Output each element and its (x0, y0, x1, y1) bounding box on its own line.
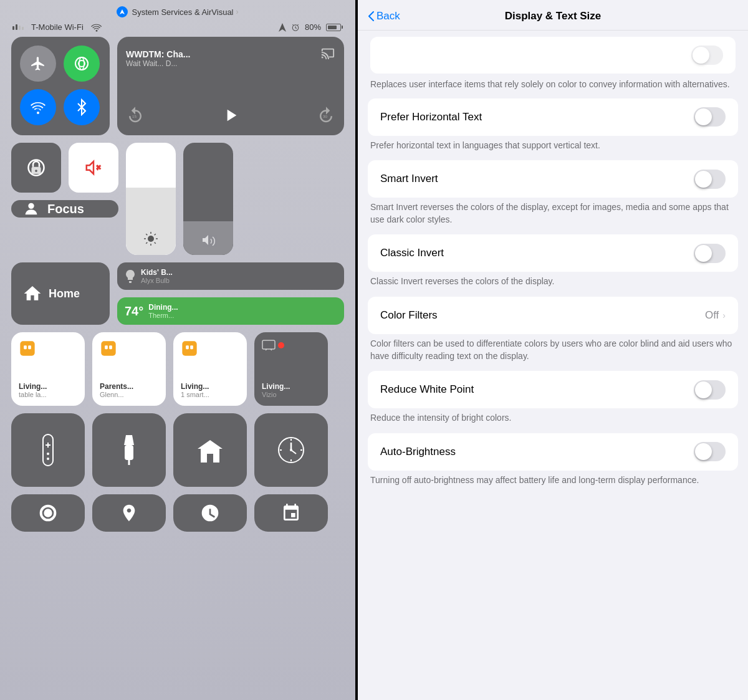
prefer-horizontal-row[interactable]: Prefer Horizontal Text (368, 98, 738, 136)
top-partial-toggle[interactable] (691, 46, 723, 65)
outlet-3-sub: 1 smart... (181, 391, 209, 398)
color-filters-section: Color Filters Off › (358, 297, 748, 334)
bluetooth-icon[interactable] (64, 89, 100, 125)
wifi-icon[interactable] (20, 89, 56, 125)
volume-tile[interactable] (183, 143, 233, 255)
svg-rect-21 (109, 345, 112, 349)
thermostat-tile[interactable]: 74° Dining... Therm... (117, 297, 344, 325)
screen-lock-tile[interactable] (11, 143, 61, 193)
color-filters-desc: Color filters can be used to differentia… (358, 334, 748, 371)
outlet-1-sub: table la... (19, 391, 47, 398)
svg-marker-1 (279, 23, 286, 32)
auto-brightness-label: Auto-Brightness (380, 446, 694, 458)
media-tile: WWDTM: Cha... Wait Wait... D... 15 30 (117, 37, 344, 135)
therm-name: Dining... (148, 303, 178, 312)
media-title: WWDTM: Cha... (126, 49, 335, 59)
auto-brightness-toggle[interactable] (694, 442, 726, 461)
svg-text:30: 30 (323, 114, 327, 118)
app-8[interactable] (254, 494, 328, 532)
temp-value: 74° (125, 304, 143, 319)
cc-col-left: Focus (11, 143, 118, 218)
app-5[interactable] (11, 494, 85, 532)
svg-point-11 (35, 170, 37, 172)
smart-bulb-sub: Alyx Bulb (141, 277, 173, 284)
smart-device-tiles: Kids' B... Alyx Bulb 74° Dining... Therm… (117, 262, 344, 325)
classic-invert-row[interactable]: Classic Invert (368, 234, 738, 272)
left-panel: System Services & AirVisual › T-Mobile W… (0, 0, 355, 700)
cellular-icon[interactable] (64, 46, 100, 82)
prefer-horizontal-card: Prefer Horizontal Text (368, 98, 738, 136)
reduce-white-point-toggle[interactable] (694, 380, 726, 400)
media-subtitle: Wait Wait... D... (126, 59, 335, 68)
smart-bulb-name: Kids' B... (141, 268, 173, 277)
skip-back-button[interactable]: 15 (126, 106, 145, 125)
prefer-horizontal-desc: Prefer horizontal text in languages that… (358, 136, 748, 161)
home-label: Home (49, 287, 80, 300)
app-7[interactable] (173, 494, 247, 532)
reduce-white-point-row[interactable]: Reduce White Point (368, 371, 738, 408)
app-status-bar: System Services & AirVisual › (0, 0, 355, 20)
reduce-white-point-label: Reduce White Point (380, 383, 694, 396)
auto-brightness-row[interactable]: Auto-Brightness (368, 433, 738, 471)
brightness-tile[interactable] (126, 143, 176, 255)
svg-point-14 (28, 203, 34, 209)
svg-marker-7 (228, 110, 237, 122)
media-controls: 15 30 (126, 98, 335, 128)
outlet-2-sub: Glenn... (100, 391, 133, 398)
color-filters-label: Color Filters (380, 309, 705, 322)
settings-scroll[interactable]: Replaces user interface items that rely … (358, 31, 748, 700)
prefer-horizontal-toggle[interactable] (694, 107, 726, 127)
status-row: T-Mobile Wi-Fi 80% (0, 20, 355, 37)
reduce-white-point-section: Reduce White Point (358, 371, 748, 408)
auto-brightness-card: Auto-Brightness (368, 433, 738, 471)
svg-text:15: 15 (132, 114, 137, 118)
back-button[interactable]: Back (368, 10, 400, 22)
smart-invert-section: Smart Invert (358, 160, 748, 198)
flashlight-app[interactable] (92, 413, 166, 487)
cast-icon[interactable] (319, 44, 337, 62)
smart-invert-toggle[interactable] (694, 170, 726, 189)
right-panel: Back Display & Text Size Replaces user i… (358, 0, 748, 700)
connectivity-tile (11, 37, 110, 135)
app-name: System Services & AirVisual (132, 7, 233, 17)
outlet-4[interactable]: Living... Vizio (254, 332, 328, 406)
cc-small-row (11, 143, 118, 193)
app-6[interactable] (92, 494, 166, 532)
clock-app[interactable] (254, 413, 328, 487)
outlet-2[interactable]: Parents... Glenn... (92, 332, 166, 406)
reduce-white-point-desc: Reduce the intensity of bright colors. (358, 408, 748, 433)
airplane-icon[interactable] (20, 46, 56, 82)
auto-brightness-section: Auto-Brightness (358, 433, 748, 471)
svg-marker-0 (120, 9, 125, 14)
svg-rect-23 (186, 345, 189, 349)
remote-app[interactable] (11, 413, 85, 487)
smart-invert-card: Smart Invert (368, 160, 738, 198)
color-filters-row[interactable]: Color Filters Off › (368, 297, 738, 334)
outlet-4-name: Living... (262, 382, 290, 391)
outlet-2-name: Parents... (100, 382, 133, 391)
home-tile[interactable]: Home (11, 262, 110, 325)
prefer-horizontal-label: Prefer Horizontal Text (380, 111, 694, 123)
svg-point-38 (290, 449, 292, 451)
cc-row-5 (11, 413, 344, 487)
mute-tile[interactable] (69, 143, 118, 193)
outlet-3[interactable]: Living... 1 smart... (173, 332, 247, 406)
classic-invert-desc: Classic Invert reverses the colors of th… (358, 272, 748, 297)
skip-forward-button[interactable]: 30 (317, 106, 335, 125)
home-app[interactable] (173, 413, 247, 487)
smart-invert-row[interactable]: Smart Invert (368, 160, 738, 198)
outlet-3-name: Living... (181, 382, 209, 391)
outlet-1-name: Living... (19, 382, 47, 391)
classic-invert-toggle[interactable] (694, 244, 726, 263)
reduce-white-point-card: Reduce White Point (368, 371, 738, 408)
svg-rect-28 (43, 434, 53, 466)
focus-tile[interactable]: Focus (11, 200, 118, 218)
outlet-1[interactable]: Living... table la... (11, 332, 85, 406)
play-button[interactable] (218, 103, 243, 128)
classic-invert-card: Classic Invert (368, 234, 738, 272)
color-filters-chevron: › (722, 310, 726, 320)
smart-invert-label: Smart Invert (380, 173, 694, 185)
smart-invert-desc: Smart Invert reverses the colors of the … (358, 198, 748, 234)
color-filters-card: Color Filters Off › (368, 297, 738, 334)
smart-bulb-tile[interactable]: Kids' B... Alyx Bulb (117, 262, 344, 290)
